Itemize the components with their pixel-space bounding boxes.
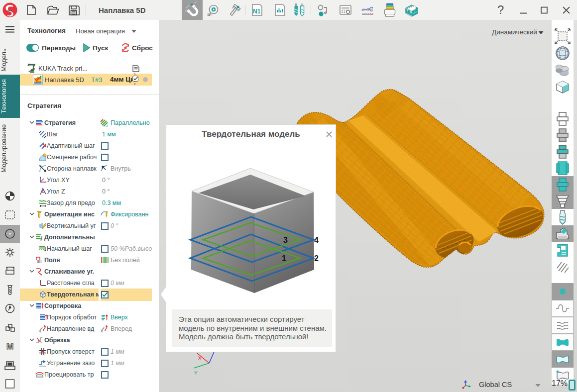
svg-text:4: 4: [314, 236, 319, 244]
svg-text:Наплавка 5D: Наплавка 5D: [99, 6, 146, 14]
svg-text:1: 1: [282, 254, 286, 263]
svg-text:3: 3: [283, 236, 288, 244]
svg-text:M: M: [6, 342, 13, 351]
svg-text:N1: N1: [253, 8, 261, 15]
svg-text:X: X: [198, 355, 202, 361]
svg-text:2: 2: [314, 254, 319, 263]
svg-text:?: ?: [497, 3, 504, 16]
